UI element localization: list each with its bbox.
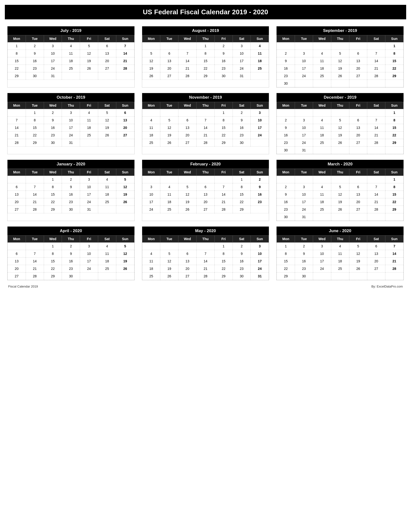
day-cell: [295, 80, 313, 87]
day-cell: 9: [233, 250, 251, 257]
day-cell: [215, 176, 233, 183]
day-cell: 6: [196, 183, 215, 191]
day-cell: 11: [98, 250, 116, 257]
day-cell: 14: [385, 250, 403, 257]
day-cell: 10: [295, 191, 313, 198]
month-table: MonTueWedThuFriSatSun1234567891011121314…: [8, 35, 134, 80]
day-cell: 22: [8, 65, 26, 72]
day-cell: 7: [178, 50, 196, 57]
day-cell: 3: [233, 42, 251, 50]
day-cell: [98, 273, 116, 280]
day-header: Sun: [385, 236, 403, 243]
page-title: US Federal Fiscal Calendar 2019 - 2020: [5, 5, 406, 19]
day-cell: [277, 42, 295, 50]
day-cell: 4: [80, 109, 98, 116]
day-cell: 3: [44, 42, 62, 50]
day-cell: 6: [178, 116, 196, 124]
month-block: January - 2020MonTueWedThuFriSatSun12345…: [7, 160, 135, 221]
day-cell: 7: [26, 250, 44, 257]
day-cell: 11: [160, 191, 178, 198]
day-cell: 18: [142, 265, 160, 273]
day-header: Wed: [313, 102, 331, 109]
day-cell: 2: [44, 109, 62, 116]
day-cell: 16: [295, 257, 313, 265]
day-cell: 29: [233, 206, 251, 213]
day-cell: 15: [385, 191, 403, 198]
day-cell: 21: [116, 57, 134, 65]
day-cell: 29: [44, 273, 62, 280]
month-title: September - 2019: [277, 26, 403, 35]
day-header: Sun: [116, 102, 134, 109]
day-cell: 29: [385, 206, 403, 213]
day-cell: 27: [8, 206, 26, 213]
day-cell: [196, 243, 215, 250]
day-cell: 3: [295, 183, 313, 191]
day-cell: 27: [349, 206, 367, 213]
day-header: Mon: [277, 35, 295, 42]
day-cell: [385, 80, 403, 87]
day-header: Fri: [215, 169, 233, 176]
day-cell: [385, 147, 403, 154]
day-cell: 17: [313, 257, 331, 265]
day-cell: 27: [116, 132, 134, 139]
day-cell: 15: [44, 191, 62, 198]
day-header: Wed: [178, 236, 196, 243]
day-cell: [313, 42, 331, 50]
day-cell: 24: [251, 132, 269, 139]
day-cell: 7: [116, 42, 134, 50]
day-cell: 31: [251, 273, 269, 280]
day-cell: [160, 109, 178, 116]
day-cell: 28: [8, 139, 26, 147]
day-cell: 9: [277, 191, 295, 198]
day-cell: 4: [313, 116, 331, 124]
day-header: Thu: [62, 102, 80, 109]
month-block: December - 2019MonTueWedThuFriSatSun1234…: [276, 93, 404, 154]
day-cell: [349, 80, 367, 87]
footer-left: Fiscal Calendar 2019: [8, 285, 38, 288]
month-table: MonTueWedThuFriSatSun1234567891011121314…: [8, 169, 134, 213]
day-cell: 30: [44, 139, 62, 147]
day-cell: 18: [313, 132, 331, 139]
day-cell: 9: [215, 50, 233, 57]
day-cell: [251, 206, 269, 213]
day-cell: [116, 273, 134, 280]
day-cell: [385, 273, 403, 280]
day-cell: 5: [160, 250, 178, 257]
day-cell: 25: [98, 198, 116, 206]
day-cell: 18: [62, 57, 80, 65]
day-header: Tue: [295, 102, 313, 109]
day-cell: 2: [62, 243, 80, 250]
day-cell: 27: [349, 72, 367, 80]
day-cell: [160, 42, 178, 50]
day-cell: 4: [160, 183, 178, 191]
month-table: MonTueWedThuFriSatSun1234567891011121314…: [142, 35, 269, 80]
day-cell: 25: [313, 139, 331, 147]
day-header: Thu: [331, 236, 349, 243]
day-header: Thu: [196, 35, 215, 42]
day-cell: 6: [349, 50, 367, 57]
day-cell: 16: [233, 124, 251, 132]
day-cell: 26: [178, 206, 196, 213]
day-cell: 15: [215, 124, 233, 132]
day-cell: 20: [178, 265, 196, 273]
day-cell: [313, 213, 331, 221]
day-cell: 2: [277, 116, 295, 124]
day-cell: 10: [251, 250, 269, 257]
day-cell: 6: [349, 183, 367, 191]
month-title: October - 2019: [8, 93, 134, 102]
day-cell: [367, 213, 385, 221]
day-cell: 20: [349, 132, 367, 139]
day-cell: 20: [178, 132, 196, 139]
day-header: Fri: [349, 236, 367, 243]
day-cell: 16: [26, 57, 44, 65]
day-cell: 24: [295, 72, 313, 80]
day-cell: [116, 206, 134, 213]
day-cell: 4: [331, 243, 349, 250]
day-cell: 30: [62, 273, 80, 280]
day-cell: [385, 213, 403, 221]
day-header: Thu: [196, 236, 215, 243]
day-header: Wed: [178, 102, 196, 109]
day-cell: 28: [196, 273, 215, 280]
day-cell: [26, 243, 44, 250]
month-title: December - 2019: [277, 93, 403, 102]
